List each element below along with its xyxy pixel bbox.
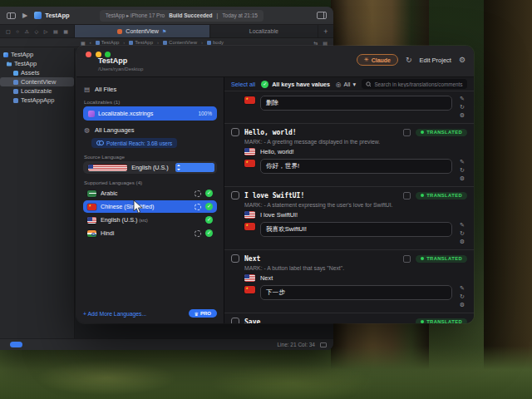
back-icon[interactable]: ‹ [90, 40, 91, 45]
activity-status[interactable]: TestApp ▸ iPhone 17 Pro Build Succeeded … [100, 10, 264, 22]
source-language-select[interactable]: English (U.S.) [83, 161, 217, 174]
add-more-languages-button[interactable]: + Add More Languages... [83, 311, 146, 317]
search-icon [366, 81, 371, 87]
all-languages-row[interactable]: ◍ All Languages [83, 124, 217, 136]
row-checkbox[interactable] [231, 128, 239, 136]
breadcrumb-item[interactable]: body [207, 40, 224, 45]
row-gear-icon[interactable]: ⚙ [460, 239, 465, 244]
file-row-contentview[interactable]: ContentView [0, 77, 74, 86]
china-flag-icon [244, 160, 255, 167]
row-gear-icon[interactable]: ⚙ [460, 112, 465, 118]
translation-input[interactable]: 删除 [260, 96, 452, 111]
check-circle-icon: ✓ [205, 216, 213, 224]
translation-row-partial: 删除 ✎ ↻ ⚙ [224, 91, 474, 124]
row-menu-icon[interactable] [403, 192, 411, 200]
report-navigator-icon[interactable]: ▦ [63, 28, 68, 34]
localization-window: TestApp /Users/ryan/Desktop ✳ Claude ↻ E… [76, 46, 474, 323]
breadcrumb-item[interactable]: TestApp [96, 40, 120, 45]
language-row-hindi[interactable]: Hindi ✓ [83, 227, 217, 239]
check-circle-icon: ✓ [205, 203, 213, 210]
file-row-testappapp[interactable]: TestAppApp [0, 96, 74, 105]
claude-button[interactable]: ✳ Claude [357, 54, 398, 66]
edit-pencil-icon[interactable]: ✎ [460, 96, 465, 101]
file-row-project[interactable]: TestApp [0, 50, 74, 59]
row-checkbox[interactable] [231, 191, 239, 200]
editor-layout-icon[interactable] [317, 12, 327, 19]
issue-navigator-icon[interactable]: ⚠ [25, 28, 29, 34]
translation-input[interactable]: 你好，世界! [260, 159, 452, 174]
row-gear-icon[interactable]: ⚙ [460, 302, 465, 308]
pro-badge[interactable]: ♛ PRO [189, 309, 217, 318]
redwood-trunk-right [484, 0, 532, 399]
debug-navigator-icon[interactable]: ▷ [44, 28, 48, 34]
project-navigator-icon[interactable]: ▢ [6, 28, 11, 34]
swap-editor-icon[interactable]: ⇆ [313, 40, 318, 46]
settings-gear-icon[interactable]: ⚙ [459, 56, 466, 64]
language-row-chinese[interactable]: Chinese (Simplified) ✓ [83, 200, 217, 213]
row-checkbox[interactable] [231, 254, 239, 263]
edit-project-button[interactable]: Edit Project [420, 57, 451, 64]
editor-options-icon[interactable] [320, 342, 327, 347]
translation-row-ilove: I love SwiftUI! TRANSLATED MARK: - A sta… [224, 187, 474, 250]
key-comment: MARK: - A button label that says "Next". [244, 265, 467, 271]
retranslate-icon[interactable]: ↻ [460, 104, 465, 110]
breadcrumb-item[interactable]: TestApp [129, 40, 153, 45]
stepper-icon [175, 163, 214, 172]
adjust-editor-icon[interactable]: ▤ [323, 40, 328, 46]
edit-pencil-icon[interactable]: ✎ [460, 159, 465, 165]
swiftui-badge[interactable] [10, 342, 22, 347]
us-flag-icon [244, 274, 255, 282]
sidebar-toggle-icon[interactable] [7, 12, 16, 19]
tab-contentview[interactable]: ContentView ⚑ [75, 25, 210, 37]
potential-reach-badge[interactable]: Potential Reach: 3.6B users [91, 138, 177, 148]
tab-contentview-label: ContentView [126, 28, 159, 34]
pending-circle-icon [195, 230, 201, 237]
retranslate-icon[interactable]: ↻ [460, 167, 465, 173]
xcstrings-file-row[interactable]: Localizable.xcstrings 100% [83, 106, 217, 121]
breakpoint-navigator-icon[interactable]: ▤ [53, 28, 58, 34]
grid-icon[interactable]: ▦ [81, 40, 86, 46]
close-button[interactable] [86, 52, 91, 57]
row-gear-icon[interactable]: ⚙ [460, 175, 465, 181]
row-checkbox[interactable] [231, 318, 239, 323]
status-separator: | [217, 12, 219, 18]
row-actions: ✎ ↻ ⚙ [457, 285, 467, 308]
run-button[interactable]: ▶ [22, 12, 27, 19]
row-menu-icon[interactable] [403, 255, 411, 263]
all-files-row[interactable]: ▤ All Files [83, 83, 217, 96]
search-navigator-icon[interactable]: ○ [16, 29, 19, 34]
file-row-assets[interactable]: Assets [0, 68, 74, 77]
us-flag-icon [244, 148, 255, 155]
select-all-button[interactable]: Select all [231, 81, 255, 88]
row-menu-icon[interactable] [403, 129, 411, 136]
refresh-icon[interactable]: ↻ [406, 56, 412, 64]
retranslate-icon[interactable]: ↻ [460, 230, 465, 236]
row-actions: ✎ ↻ ⚙ [457, 96, 467, 118]
translation-input[interactable]: 下一步 [260, 285, 452, 300]
project-icon [3, 52, 8, 57]
translation-input[interactable]: 我喜欢SwiftUI! [260, 222, 452, 237]
header-actions: ✳ Claude ↻ Edit Project ⚙ [357, 54, 466, 66]
filter-dropdown[interactable]: ◎ All ▾ [336, 81, 356, 88]
file-row-localizable[interactable]: Localizable [0, 86, 74, 96]
claude-icon: ✳ [364, 57, 369, 63]
breadcrumb-item[interactable]: ContentView [163, 40, 197, 45]
build-status: Build Succeeded [169, 12, 212, 18]
line-col-indicator[interactable]: Line: 21 Col: 34 [277, 342, 315, 347]
edit-pencil-icon[interactable]: ✎ [460, 285, 465, 291]
edit-pencil-icon[interactable]: ✎ [460, 222, 465, 228]
translated-badge: TRANSLATED [416, 318, 467, 324]
search-field[interactable] [362, 79, 467, 89]
check-circle-icon: ✓ [205, 229, 213, 237]
add-tab-button[interactable]: + [318, 25, 333, 37]
translated-badge: TRANSLATED [416, 255, 467, 263]
test-navigator-icon[interactable]: ◇ [35, 28, 39, 34]
language-row-arabic[interactable]: Arabic ✓ [83, 187, 217, 200]
project-chip[interactable]: TestApp [34, 12, 69, 19]
tab-localizable[interactable]: Localizable [210, 25, 318, 37]
language-row-english[interactable]: English (U.S.)(src) ✓ [83, 214, 217, 226]
localizables-section-label: Localizables (1) [84, 99, 217, 105]
retranslate-icon[interactable]: ↻ [460, 293, 465, 299]
file-row-group[interactable]: TestApp [0, 59, 74, 68]
search-input[interactable] [374, 81, 463, 87]
